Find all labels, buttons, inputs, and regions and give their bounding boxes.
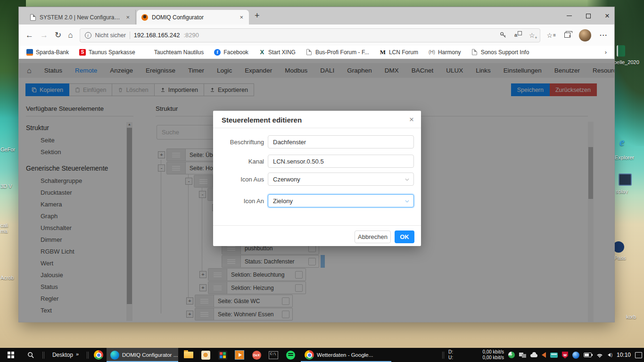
recycle-bin-label[interactable]: korb	[626, 314, 643, 320]
desktop-icon-label[interactable]: cali ma	[0, 222, 18, 234]
info-icon[interactable]: i	[85, 32, 91, 39]
window-close-button[interactable]: ×	[605, 14, 610, 18]
download-label: D:	[448, 349, 453, 355]
update-status-icon[interactable]: ✓	[508, 352, 515, 358]
bookmark-item[interactable]: Sonos Support Info	[471, 49, 529, 56]
action-center-icon[interactable]	[635, 352, 642, 358]
taskbar-search-button[interactable]	[22, 348, 40, 362]
favorites-icon[interactable]: ☆≡	[547, 32, 556, 39]
back-icon[interactable]: ←	[25, 31, 33, 40]
settings-menu-icon[interactable]: ···	[600, 32, 608, 39]
password-key-icon[interactable]	[500, 32, 507, 39]
bookmarks-overflow-icon[interactable]: ›	[605, 49, 607, 56]
bookmarks-bar: Sparda-Bank STaunus Sparkasse Tauchteam …	[19, 46, 614, 59]
browser-orb-icon[interactable]	[572, 352, 579, 359]
dialog-title: Steuerelement editieren	[222, 116, 302, 124]
mcafee-icon[interactable]: M	[562, 352, 568, 359]
sparda-bank-icon	[26, 49, 33, 56]
refresh-icon[interactable]: ↻	[55, 30, 61, 40]
excel-file-icon[interactable]	[617, 45, 625, 57]
forward-icon[interactable]: →	[40, 31, 48, 40]
bookmark-item[interactable]: Tauchteam Nautilus	[146, 49, 204, 56]
task-label: Wetterdaten - Google...	[317, 352, 373, 358]
battery-icon[interactable]	[584, 353, 592, 357]
tab-close-icon[interactable]: ×	[239, 14, 244, 21]
bookmark-label: Sonos Support Info	[481, 49, 529, 56]
bookmark-item[interactable]: Bus-Profi Forum - F...	[306, 49, 369, 56]
desktop-icon-label[interactable]: Pass	[614, 255, 642, 261]
chevron-down-icon	[405, 200, 409, 203]
desktop-icon-label[interactable]: 3D V	[0, 183, 18, 189]
volume-icon[interactable]: )	[608, 353, 612, 357]
cancel-button[interactable]: Abbrechen	[355, 230, 391, 243]
internet-explorer-icon[interactable]: e	[619, 136, 625, 148]
address-bar[interactable]: i Nicht sicher 192.168.165.242 :8290 a ☆	[80, 28, 540, 42]
input-device-icon[interactable]	[550, 353, 558, 358]
tab-system[interactable]: SYSTEM 2.0 | New Configurator ( ×	[25, 10, 136, 25]
profile-avatar[interactable]	[579, 29, 591, 41]
display-app-icon[interactable]	[619, 173, 632, 186]
media-player-button[interactable]	[232, 348, 247, 362]
cmd-icon: C:\	[269, 351, 278, 359]
new-tab-button[interactable]: +	[255, 11, 260, 21]
desktop-icon-label[interactable]: Explorer	[615, 155, 643, 160]
xing-icon: X	[259, 49, 265, 56]
display-tray-icon[interactable]	[519, 353, 526, 358]
translate-icon[interactable]: a	[514, 32, 521, 39]
tab-domiq[interactable]: DOMIQ Configurator ×	[137, 10, 249, 25]
desktop-icon-label[interactable]: GeFor	[0, 147, 18, 152]
onedrive-icon[interactable]	[530, 354, 537, 357]
cmd-button[interactable]: C:\	[266, 348, 281, 362]
bookmark-item[interactable]: XStart XING	[259, 49, 296, 56]
kanal-label: Kanal	[217, 158, 264, 165]
chrome-taskbar-icon[interactable]	[91, 348, 106, 362]
wifi-icon[interactable]	[596, 352, 603, 358]
tab-close-icon[interactable]: ×	[125, 14, 131, 21]
ok-button[interactable]: OK	[395, 230, 414, 243]
icon-aus-select[interactable]: Czerwony	[268, 173, 414, 186]
bookmark-item[interactable]: STaunus Sparkasse	[79, 49, 135, 56]
add-favorite-icon[interactable]: ☆	[529, 32, 535, 39]
browser-window: SYSTEM 2.0 | New Configurator ( × DOMIQ …	[19, 7, 614, 322]
desktop-icon-label[interactable]: Acrob	[0, 275, 18, 280]
desktop-icon-label[interactable]: belle_2020	[614, 59, 643, 65]
divider	[213, 225, 421, 226]
dex-button[interactable]: DeX	[249, 348, 264, 362]
netspeed-monitor[interactable]: D:0,00 kbit/s U:0,00 kbit/s	[448, 349, 504, 361]
home-icon[interactable]: ⌂	[68, 31, 73, 40]
file-explorer-button[interactable]	[181, 348, 196, 362]
collections-icon[interactable]	[564, 33, 570, 38]
clock-app-button[interactable]	[198, 348, 213, 362]
bookmark-item[interactable]: MLCN Forum	[380, 49, 418, 56]
task-wetterdaten[interactable]: Wetterdaten - Google...	[301, 348, 391, 362]
bookmark-label: Tauchteam Nautilus	[154, 49, 204, 56]
audio-app-icon[interactable]	[542, 352, 546, 358]
media-player-icon	[235, 350, 244, 360]
chrome-icon	[305, 350, 314, 360]
edit-control-dialog: Steuerelement editieren × Beschriftung K…	[213, 111, 421, 246]
dialog-close-icon[interactable]: ×	[409, 115, 414, 124]
window-maximize-button[interactable]	[586, 14, 591, 18]
bookmark-item[interactable]: (H)Harmony	[429, 49, 461, 56]
desktop-icon-label[interactable]: splay	[616, 189, 643, 194]
clock[interactable]: 10:10	[617, 352, 631, 358]
url-port: :8290	[183, 32, 199, 39]
bookmark-item[interactable]: fFacebook	[214, 49, 248, 56]
spotify-button[interactable]	[283, 348, 298, 362]
page-favicon	[472, 49, 477, 55]
icon-an-select[interactable]: Zielony	[268, 194, 414, 207]
bookmark-item[interactable]: Sparda-Bank	[26, 49, 69, 56]
chevron-right-icon[interactable]: »	[76, 351, 79, 357]
task-domiq[interactable]: DOMIQ Configurator ...	[107, 348, 178, 362]
password-app-icon[interactable]	[613, 241, 624, 253]
start-button[interactable]	[0, 348, 22, 362]
beschriftung-field[interactable]	[268, 135, 414, 148]
browser-titlebar[interactable]: SYSTEM 2.0 | New Configurator ( × DOMIQ …	[19, 7, 614, 25]
window-minimize-button[interactable]	[567, 16, 572, 16]
desktop-toolbar[interactable]: Desktop »	[46, 348, 85, 362]
icon-aus-value: Czerwony	[273, 176, 300, 183]
kanal-field[interactable]	[268, 155, 414, 168]
store-button[interactable]	[215, 348, 230, 362]
sparkasse-icon: S	[79, 49, 86, 56]
desktop-toolbar-label: Desktop	[52, 352, 73, 358]
